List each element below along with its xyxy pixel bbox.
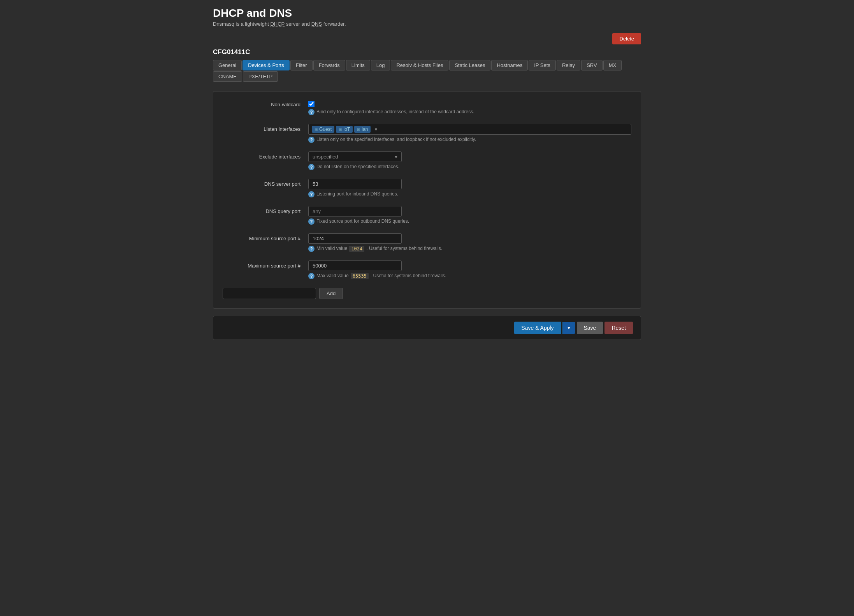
tab-log[interactable]: Log <box>371 60 390 70</box>
tab-pxe-tftp[interactable]: PXE/TFTP <box>243 71 278 82</box>
help-icon-3: ? <box>308 164 315 170</box>
dropdown-chevron-icon: ▼ <box>567 325 571 331</box>
save-button[interactable]: Save <box>577 322 603 334</box>
non-wildcard-help: ? Bind only to configured interface addr… <box>308 109 631 115</box>
max-valid-value: 65535 <box>351 273 369 279</box>
non-wildcard-checkbox[interactable] <box>308 101 315 107</box>
guest-tag-icon: ⊞ <box>315 127 318 132</box>
help-icon-5: ? <box>308 218 315 225</box>
help-icon: ? <box>308 109 315 115</box>
tab-resolv-hosts-files[interactable]: Resolv & Hosts Files <box>391 60 448 70</box>
add-row: Add <box>223 288 631 299</box>
help-icon-7: ? <box>308 273 315 279</box>
tag-guest: ⊞ Guest <box>312 126 334 133</box>
dns-query-port-input[interactable] <box>308 206 402 216</box>
exclude-interfaces-label: Exclude interfaces <box>223 151 308 160</box>
exclude-interfaces-help: ? Do not listen on the specified interfa… <box>308 164 631 170</box>
reset-button[interactable]: Reset <box>604 322 633 334</box>
dns-abbr: DNS <box>311 21 322 27</box>
tab-static-leases[interactable]: Static Leases <box>449 60 490 70</box>
add-input[interactable] <box>223 288 316 299</box>
tag-lan: ⊞ lan <box>354 126 371 133</box>
listen-interfaces-control: ⊞ Guest ⊞ IoT ⊞ lan ▼ ? Listen only o <box>308 124 631 143</box>
delete-button[interactable]: Delete <box>612 33 641 44</box>
max-source-port-input[interactable] <box>308 260 402 271</box>
interface-dropdown-arrow: ▼ <box>374 127 378 132</box>
interface-tags[interactable]: ⊞ Guest ⊞ IoT ⊞ lan ▼ <box>308 124 631 135</box>
help-icon-4: ? <box>308 191 315 197</box>
exclude-interfaces-control: unspecified ▼ ? Do not listen on the spe… <box>308 151 631 170</box>
page-subtitle: Dnsmasq is a lightweight DHCP server and… <box>213 21 641 27</box>
dns-server-port-help: ? Listening port for inbound DNS queries… <box>308 191 631 197</box>
exclude-interfaces-select[interactable]: unspecified <box>308 151 402 162</box>
help-icon-6: ? <box>308 246 315 252</box>
listen-interfaces-help: ? Listen only on the specified interface… <box>308 137 631 143</box>
tab-limits[interactable]: Limits <box>346 60 370 70</box>
tab-forwards[interactable]: Forwards <box>313 60 345 70</box>
min-source-port-control: ? Min valid value 1024 . Useful for syst… <box>308 233 631 252</box>
non-wildcard-label: Non-wildcard <box>223 99 308 107</box>
min-source-port-help: ? Min valid value 1024 . Useful for syst… <box>308 246 631 252</box>
exclude-interfaces-row: Exclude interfaces unspecified ▼ ? Do no… <box>223 151 631 170</box>
dns-server-port-control: ? Listening port for inbound DNS queries… <box>308 179 631 197</box>
save-apply-button[interactable]: Save & Apply <box>514 322 561 334</box>
tab-filter[interactable]: Filter <box>290 60 313 70</box>
non-wildcard-control: ? Bind only to configured interface addr… <box>308 99 631 115</box>
cfg-label: CFG01411C <box>213 48 641 56</box>
dns-query-port-row: DNS query port ? Fixed source port for o… <box>223 206 631 225</box>
tab-devices-ports[interactable]: Devices & Ports <box>242 60 289 70</box>
non-wildcard-row: Non-wildcard ? Bind only to configured i… <box>223 99 631 115</box>
tab-srv[interactable]: SRV <box>581 60 603 70</box>
save-apply-dropdown-button[interactable]: ▼ <box>562 322 575 334</box>
dns-server-port-label: DNS server port <box>223 179 308 187</box>
dns-query-port-control: ? Fixed source port for outbound DNS que… <box>308 206 631 225</box>
dns-query-port-help: ? Fixed source port for outbound DNS que… <box>308 218 631 225</box>
lan-tag-icon: ⊞ <box>357 127 360 132</box>
listen-interfaces-label: Listen interfaces <box>223 124 308 132</box>
listen-interfaces-row: Listen interfaces ⊞ Guest ⊞ IoT ⊞ lan <box>223 124 631 143</box>
help-icon-2: ? <box>308 137 315 143</box>
max-source-port-label: Maximum source port # <box>223 260 308 269</box>
form-section: Non-wildcard ? Bind only to configured i… <box>213 91 641 309</box>
dns-query-port-label: DNS query port <box>223 206 308 214</box>
tab-hostnames[interactable]: Hostnames <box>491 60 528 70</box>
max-source-port-help: ? Max valid value 65535 . Useful for sys… <box>308 273 631 279</box>
tab-bar: General Devices & Ports Filter Forwards … <box>213 60 641 82</box>
max-source-port-control: ? Max valid value 65535 . Useful for sys… <box>308 260 631 279</box>
tab-cname[interactable]: CNAME <box>213 71 242 82</box>
iot-tag-icon: ⊞ <box>339 127 342 132</box>
dns-server-port-row: DNS server port ? Listening port for inb… <box>223 179 631 197</box>
tab-general[interactable]: General <box>213 60 242 70</box>
page-title: DHCP and DNS <box>213 7 641 19</box>
footer-bar: Save & Apply ▼ Save Reset <box>213 316 641 340</box>
dhcp-abbr: DHCP <box>270 21 285 27</box>
tag-iot: ⊞ IoT <box>336 126 353 133</box>
max-source-port-row: Maximum source port # ? Max valid value … <box>223 260 631 279</box>
min-source-port-label: Minimum source port # <box>223 233 308 241</box>
min-source-port-input[interactable] <box>308 233 402 244</box>
tab-ip-sets[interactable]: IP Sets <box>529 60 556 70</box>
min-valid-value: 1024 <box>349 246 364 252</box>
tab-relay[interactable]: Relay <box>557 60 580 70</box>
tab-mx[interactable]: MX <box>603 60 622 70</box>
add-button[interactable]: Add <box>319 288 343 299</box>
min-source-port-row: Minimum source port # ? Min valid value … <box>223 233 631 252</box>
dns-server-port-input[interactable] <box>308 179 402 189</box>
